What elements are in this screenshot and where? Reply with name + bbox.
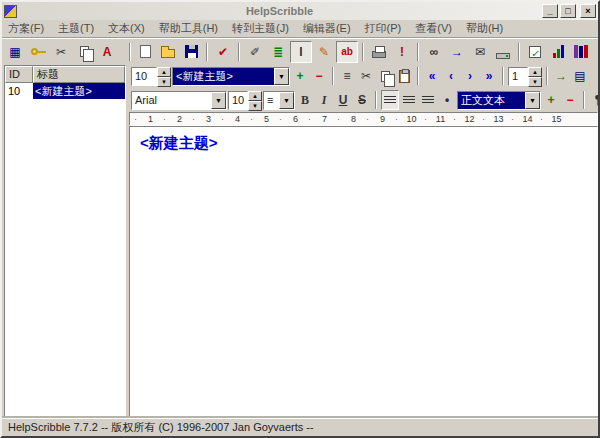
title-bar[interactable]: HelpScribble _ □ × bbox=[2, 2, 598, 20]
menu-item-topic[interactable]: 主题(T) bbox=[58, 21, 94, 36]
disk-export-button[interactable] bbox=[492, 41, 514, 63]
browse-sequence-value[interactable]: 1 bbox=[508, 67, 528, 86]
paste-button[interactable] bbox=[395, 66, 413, 86]
next-arrow-icon: › bbox=[468, 70, 472, 82]
dropdown-arrow-icon[interactable]: ▼ bbox=[525, 92, 540, 109]
dropdown-arrow-icon[interactable]: ▼ bbox=[211, 92, 226, 109]
maximize-button[interactable]: □ bbox=[560, 4, 576, 18]
menu-item-help-tools[interactable]: 帮助工具(H) bbox=[159, 21, 218, 36]
toolbar-separator bbox=[502, 67, 504, 85]
spin-up-icon[interactable]: ▲ bbox=[248, 91, 262, 101]
char-format-button[interactable]: ab bbox=[336, 41, 358, 63]
topic-title-combo[interactable]: <新建主题> ▼ bbox=[172, 67, 290, 86]
text-cursor-mode-button[interactable]: I bbox=[290, 41, 312, 63]
menu-item-editor[interactable]: 编辑器(E) bbox=[303, 21, 351, 36]
bullet-list-button[interactable]: • bbox=[438, 90, 456, 110]
line-spacing-combo[interactable]: ≡ ▼ bbox=[263, 91, 295, 110]
font-size-spinner[interactable]: 10 ▲▼ bbox=[228, 91, 262, 110]
spin-up-icon[interactable]: ▲ bbox=[157, 67, 171, 77]
spellcheck-icon: ≣ bbox=[273, 46, 283, 58]
options-button[interactable]: ✓ bbox=[524, 41, 546, 63]
topic-window-button[interactable]: ▤ bbox=[571, 66, 589, 86]
previous-topic-button[interactable]: ‹ bbox=[442, 66, 460, 86]
new-project-button[interactable] bbox=[134, 41, 156, 63]
align-left-button[interactable] bbox=[381, 90, 399, 110]
last-topic-button[interactable]: » bbox=[480, 66, 498, 86]
ruler[interactable]: 1 2 3 4 5 6 7 8 9 10 11 12 13 14 15 bbox=[129, 112, 598, 126]
mail-button[interactable]: ✉ bbox=[469, 41, 491, 63]
delete-topic-button[interactable]: − bbox=[310, 66, 328, 86]
italic-button[interactable]: I bbox=[315, 90, 333, 110]
dropdown-arrow-icon[interactable]: ▼ bbox=[274, 68, 289, 85]
spin-down-icon[interactable]: ▼ bbox=[248, 101, 262, 111]
find-button[interactable]: ∞ bbox=[423, 41, 445, 63]
editor-area[interactable]: <新建主题> bbox=[129, 126, 598, 418]
compile-button[interactable]: ! bbox=[391, 41, 413, 63]
spellcheck-button[interactable]: ≣ bbox=[267, 41, 289, 63]
minimize-button[interactable]: _ bbox=[542, 4, 558, 18]
copy-button[interactable] bbox=[376, 66, 394, 86]
topic-font-button[interactable]: A bbox=[96, 41, 118, 63]
paragraph-marks-button[interactable]: ¶ bbox=[589, 90, 600, 110]
menu-item-help[interactable]: 帮助(H) bbox=[466, 21, 503, 36]
topic-properties-button[interactable]: ≡ bbox=[338, 66, 356, 86]
topic-cut-button[interactable]: ✂ bbox=[50, 41, 72, 63]
copy-icon bbox=[80, 46, 89, 57]
check-project-button[interactable]: ✔ bbox=[212, 41, 234, 63]
scissors-icon: ✂ bbox=[56, 46, 66, 58]
align-right-icon bbox=[422, 96, 434, 105]
topic-list-panel: ID 标题 10 <新建主题> bbox=[2, 64, 126, 418]
menu-item-text[interactable]: 文本(X) bbox=[108, 21, 145, 36]
edit-topic-button[interactable]: ✐ bbox=[244, 41, 266, 63]
underline-button[interactable]: U bbox=[334, 90, 352, 110]
paragraph-style-combo[interactable]: 正文文本 ▼ bbox=[457, 91, 541, 110]
minus-icon: − bbox=[315, 70, 322, 82]
spin-up-icon[interactable]: ▲ bbox=[528, 67, 542, 77]
next-topic-button[interactable]: › bbox=[461, 66, 479, 86]
menu-item-view[interactable]: 查看(V) bbox=[415, 21, 452, 36]
add-style-button[interactable]: + bbox=[542, 90, 560, 110]
toolbar-separator bbox=[518, 43, 520, 61]
font-name-combo[interactable]: Arial ▼ bbox=[131, 91, 227, 110]
topic-keywords-button[interactable] bbox=[27, 41, 49, 63]
align-right-button[interactable] bbox=[419, 90, 437, 110]
topic-list[interactable]: ID 标题 10 <新建主题> bbox=[4, 65, 126, 417]
font-size-value[interactable]: 10 bbox=[228, 91, 248, 110]
status-bar: HelpScribble 7.7.2 -- 版权所有 (C) 1996-2007… bbox=[2, 418, 598, 436]
menu-item-project[interactable]: 方案(F) bbox=[8, 21, 44, 36]
close-button[interactable]: × bbox=[580, 4, 596, 18]
first-topic-button[interactable]: « bbox=[423, 66, 441, 86]
topic-toolbar: 10 ▲▼ <新建主题> ▼ + − ≡ ✂ « ‹ › » bbox=[129, 64, 598, 88]
cut-button[interactable]: ✂ bbox=[357, 66, 375, 86]
align-center-button[interactable] bbox=[400, 90, 418, 110]
browse-sequence-spinner[interactable]: 1 ▲▼ bbox=[508, 67, 542, 86]
add-topic-button[interactable]: + bbox=[291, 66, 309, 86]
plus-icon: + bbox=[296, 70, 303, 82]
bold-button[interactable]: B bbox=[296, 90, 314, 110]
spin-down-icon[interactable]: ▼ bbox=[157, 77, 171, 87]
topic-grid-button[interactable]: ▦ bbox=[4, 41, 26, 63]
statistics-button[interactable] bbox=[547, 41, 569, 63]
print-button[interactable] bbox=[368, 41, 390, 63]
column-header-title[interactable]: 标题 bbox=[33, 66, 125, 83]
topic-row[interactable]: 10 <新建主题> bbox=[5, 83, 125, 99]
dropdown-arrow-icon[interactable]: ▼ bbox=[279, 92, 294, 109]
strikethrough-button[interactable]: S bbox=[353, 90, 371, 110]
topic-number-updown: ▲▼ bbox=[157, 67, 171, 86]
ruler-mark: 13 bbox=[484, 114, 513, 124]
menu-item-print[interactable]: 打印(P) bbox=[365, 21, 402, 36]
delete-style-button[interactable]: − bbox=[561, 90, 579, 110]
goto-button[interactable]: → bbox=[446, 41, 468, 63]
column-header-id[interactable]: ID bbox=[5, 66, 33, 83]
topic-number-spinner[interactable]: 10 ▲▼ bbox=[131, 67, 171, 86]
open-project-button[interactable] bbox=[157, 41, 179, 63]
main-area: ID 标题 10 <新建主题> 10 ▲▼ <新建主题> ▼ bbox=[2, 64, 598, 418]
topic-copy-button[interactable] bbox=[73, 41, 95, 63]
help-contents-button[interactable] bbox=[570, 41, 592, 63]
draw-mode-button[interactable]: ✎ bbox=[313, 41, 335, 63]
spin-down-icon[interactable]: ▼ bbox=[528, 77, 542, 87]
menu-item-goto-topic[interactable]: 转到主题(J) bbox=[232, 21, 289, 36]
topic-number-value[interactable]: 10 bbox=[131, 67, 157, 86]
save-project-button[interactable] bbox=[180, 41, 202, 63]
jump-topic-button[interactable]: → bbox=[552, 66, 570, 86]
